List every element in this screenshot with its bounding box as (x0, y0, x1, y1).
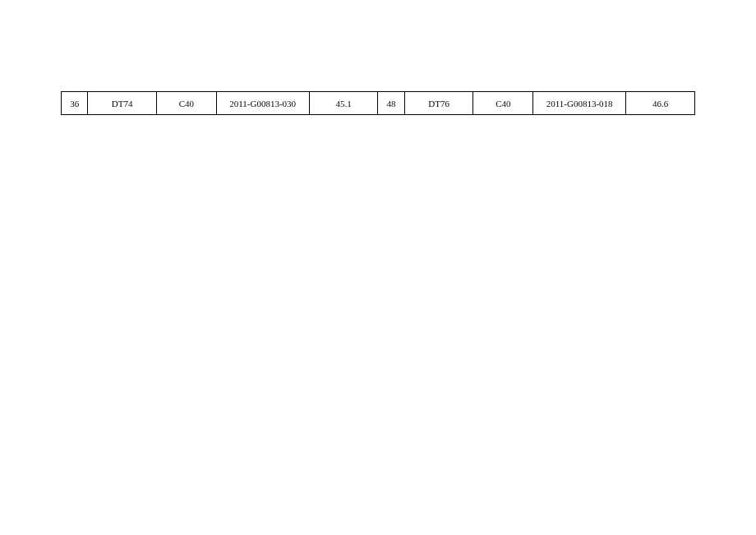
cell-seq-1: 36 (62, 92, 88, 115)
cell-code-2: DT76 (404, 92, 473, 115)
cell-code-1: DT74 (88, 92, 157, 115)
cell-grade-1: C40 (157, 92, 217, 115)
cell-value-2: 46.6 (626, 92, 695, 115)
data-table: 36 DT74 C40 2011-G00813-030 45.1 48 DT76… (61, 91, 695, 115)
cell-value-1: 45.1 (309, 92, 378, 115)
table-row: 36 DT74 C40 2011-G00813-030 45.1 48 DT76… (62, 92, 695, 115)
cell-seq-2: 48 (378, 92, 404, 115)
cell-ref-1: 2011-G00813-030 (216, 92, 309, 115)
data-table-container: 36 DT74 C40 2011-G00813-030 45.1 48 DT76… (61, 91, 695, 115)
cell-ref-2: 2011-G00813-018 (533, 92, 626, 115)
cell-grade-2: C40 (473, 92, 533, 115)
